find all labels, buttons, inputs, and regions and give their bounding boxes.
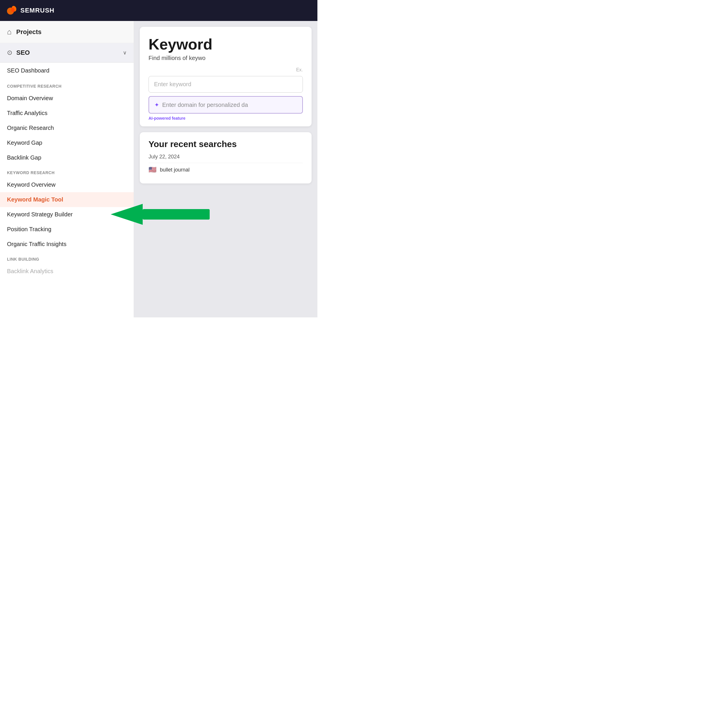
sidebar-seo-item[interactable]: ⊙ SEO ∨ [0, 43, 134, 63]
sidebar-item-backlink-gap[interactable]: Backlink Gap [0, 150, 134, 165]
keyword-tool-title: Keyword [148, 35, 303, 53]
semrush-logo-icon [6, 5, 17, 16]
ai-domain-input[interactable]: ✦ Enter domain for personalized da [148, 96, 303, 113]
sparkle-icon: ✦ [154, 101, 159, 108]
sidebar: ⌂ Projects ⊙ SEO ∨ SEO Dashboard COMPETI… [0, 21, 134, 317]
keyword-search-input[interactable]: Enter keyword [148, 76, 303, 93]
example-text: Ex. [148, 67, 303, 72]
section-competitive-research: COMPETITIVE RESEARCH [0, 79, 134, 91]
search-date-label: July 22, 2024 [148, 154, 303, 160]
green-arrow-indicator [111, 198, 210, 231]
ai-powered-badge: AI-powered feature [148, 115, 303, 121]
sidebar-item-seo-dashboard[interactable]: SEO Dashboard [0, 63, 134, 79]
seo-icon: ⊙ [7, 49, 12, 57]
projects-label: Projects [16, 28, 42, 36]
right-panel: Keyword Find millions of keywo Ex. Enter… [134, 21, 317, 317]
sidebar-item-organic-traffic-insights[interactable]: Organic Traffic Insights [0, 237, 134, 252]
sidebar-projects-item[interactable]: ⌂ Projects [0, 21, 134, 43]
sidebar-item-keyword-overview[interactable]: Keyword Overview [0, 177, 134, 192]
sidebar-item-domain-overview[interactable]: Domain Overview [0, 91, 134, 106]
section-link-building: LINK BUILDING [0, 252, 134, 264]
recent-searches-card: Your recent searches July 22, 2024 🇺🇸 bu… [140, 132, 312, 184]
svg-marker-4 [111, 204, 143, 225]
sidebar-item-keyword-gap[interactable]: Keyword Gap [0, 135, 134, 150]
keyword-search-placeholder: Enter keyword [154, 81, 191, 87]
search-term-text: bullet journal [160, 167, 190, 173]
sidebar-item-backlink-analytics[interactable]: Backlink Analytics [0, 264, 134, 279]
ai-domain-placeholder: Enter domain for personalized da [162, 102, 248, 108]
seo-left: ⊙ SEO [7, 49, 30, 57]
sidebar-item-traffic-analytics[interactable]: Traffic Analytics [0, 106, 134, 121]
seo-dashboard-label: SEO Dashboard [7, 67, 49, 74]
seo-label: SEO [16, 49, 30, 57]
search-entry[interactable]: 🇺🇸 bullet journal [148, 163, 303, 176]
main-content: ⌂ Projects ⊙ SEO ∨ SEO Dashboard COMPETI… [0, 21, 317, 317]
recent-searches-title: Your recent searches [148, 139, 303, 149]
logo-text: SEMRUSH [20, 7, 55, 14]
svg-rect-3 [143, 209, 210, 220]
section-keyword-research: KEYWORD RESEARCH [0, 165, 134, 177]
logo-container: SEMRUSH [6, 5, 55, 16]
keyword-tool-subtitle: Find millions of keywo [148, 55, 303, 61]
keyword-tool-card: Keyword Find millions of keywo Ex. Enter… [140, 27, 312, 126]
home-icon: ⌂ [7, 28, 12, 37]
top-header: SEMRUSH [0, 0, 317, 21]
chevron-down-icon: ∨ [123, 49, 127, 56]
sidebar-item-organic-research[interactable]: Organic Research [0, 121, 134, 135]
us-flag-icon: 🇺🇸 [148, 166, 156, 174]
